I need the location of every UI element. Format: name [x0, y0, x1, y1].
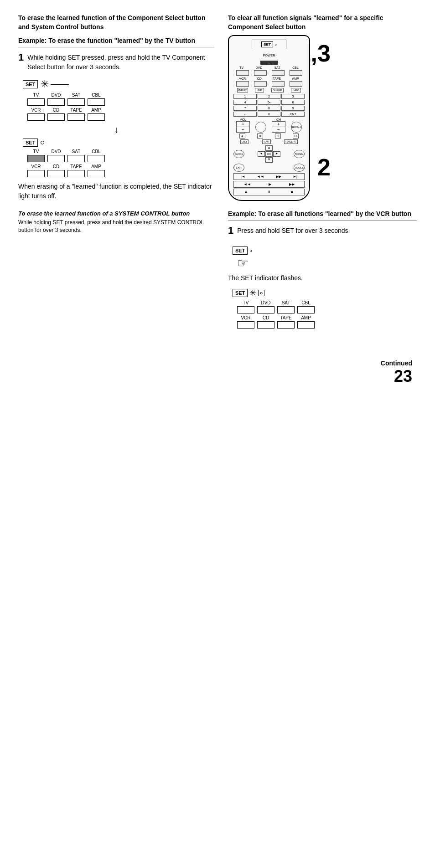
r-tv-btn[interactable] — [236, 70, 249, 76]
r-a-btn[interactable]: A — [239, 134, 245, 139]
r-num-dot[interactable]: • — [233, 112, 257, 117]
divider-2 — [228, 220, 417, 221]
tv-btn-flash[interactable] — [237, 306, 254, 313]
amp-btn-flash[interactable] — [297, 321, 315, 329]
dvd-button[interactable] — [47, 98, 65, 106]
r-dvd-btn[interactable] — [254, 70, 267, 76]
r-b-btn[interactable]: B — [257, 134, 263, 139]
arrow-down-icon: ↓ — [18, 124, 214, 135]
cbl-button[interactable] — [88, 98, 105, 106]
sat-label: SAT — [67, 92, 85, 98]
vcr-btn-flash[interactable] — [237, 321, 254, 329]
r-vol-up[interactable]: + — [237, 122, 249, 127]
cbl-btn-flash[interactable] — [297, 306, 315, 313]
set-flash-diagram: SET ✳ o TV DVD SAT CBL — [233, 288, 417, 329]
r-num-0[interactable]: 0 — [258, 112, 281, 117]
continued-label: Continued — [18, 360, 412, 367]
r-nav-left[interactable]: ◄ — [258, 151, 265, 157]
r-list-btn[interactable]: LIST — [240, 139, 249, 144]
r-sat-btn[interactable] — [272, 70, 285, 76]
step-1-text: While holding SET pressed, press and hol… — [27, 53, 214, 72]
dvd-btn-flash[interactable] — [257, 306, 274, 313]
r-d-btn[interactable]: D — [293, 134, 299, 139]
tv-button-active[interactable] — [27, 155, 45, 162]
r-page-btn[interactable]: PAGE ↑↓ — [284, 139, 298, 144]
r-num-4[interactable]: 4 — [233, 100, 257, 105]
r-ch-down[interactable]: − — [272, 127, 285, 132]
r-tape-btn[interactable] — [272, 81, 285, 87]
vcr-step-1-text: Press and hold SET for over 3 seconds. — [237, 226, 417, 236]
r-pip-btn[interactable]: PIP — [255, 88, 264, 92]
r-num-9[interactable]: 9 — [281, 106, 305, 111]
tape-button[interactable] — [67, 113, 85, 121]
r-nav-right[interactable]: ► — [273, 151, 280, 157]
r-ch-label: CH — [272, 118, 285, 121]
r-play-btn[interactable]: ▶ — [269, 182, 271, 186]
r-rrew-btn[interactable]: ◄◄ — [257, 175, 264, 179]
sat-button-2[interactable] — [67, 155, 85, 162]
tv-button[interactable] — [27, 98, 45, 106]
r-num-5[interactable]: 5• — [258, 100, 281, 105]
cd-btn-flash[interactable] — [257, 321, 274, 329]
sat-btn-flash[interactable] — [277, 306, 295, 313]
step-number-1: 1 — [18, 51, 24, 63]
r-exit-btn[interactable]: EXIT — [233, 164, 244, 172]
cd-button-2[interactable] — [47, 170, 65, 177]
tape-button-2[interactable] — [67, 170, 85, 177]
r-cbl-btn[interactable] — [290, 70, 302, 76]
step-1-block: 1 While holding SET pressed, press and h… — [18, 53, 214, 72]
remote-set-indicator: SET — [261, 41, 273, 47]
r-num-6[interactable]: 6 — [281, 100, 305, 105]
r-menu-btn[interactable]: MENU — [294, 150, 305, 158]
r-num-7[interactable]: 7 — [233, 106, 257, 111]
set-diagram-after: SET TV DVD SAT CBL VCR CD TAPE AMP — [23, 139, 214, 177]
r-next-btn[interactable]: ►| — [293, 175, 297, 179]
r-nav-down[interactable]: ▼ — [265, 157, 273, 163]
tv-label: TV — [27, 92, 45, 98]
r-num-2[interactable]: 2 — [258, 94, 281, 99]
vcr-button[interactable] — [27, 113, 45, 121]
cd-button[interactable] — [47, 113, 65, 121]
r-num-ent[interactable]: ENT — [281, 112, 305, 117]
sat-button[interactable] — [67, 98, 85, 106]
r-amp-btn[interactable] — [290, 81, 302, 87]
r-info-btn[interactable]: INFO — [291, 88, 301, 92]
amp-button[interactable] — [88, 113, 105, 121]
r-ok-btn[interactable]: OK — [265, 151, 273, 157]
r-ch-up[interactable]: + — [272, 122, 285, 127]
right-main-heading: To clear all function signals "learned" … — [228, 14, 417, 31]
remote-power-label: POWER — [263, 54, 275, 57]
r-num-3[interactable]: 3 — [281, 94, 305, 99]
r-guide-btn[interactable]: GUIDE — [233, 150, 244, 158]
r-muting-btn[interactable] — [255, 122, 266, 133]
r-ffwd-btn[interactable]: ▶▶ — [276, 175, 281, 179]
r-rew-btn[interactable]: ◄◄ — [243, 182, 251, 186]
tape-btn-flash[interactable] — [277, 321, 295, 329]
r-rec-btn[interactable]: ● — [245, 190, 247, 194]
r-cd: CD — [257, 77, 262, 80]
r-tools-btn[interactable]: TOOLS — [294, 164, 305, 172]
erase-complete-text: When erasing of a "learned" function is … — [18, 182, 214, 201]
r-input-btn[interactable]: INPUT — [237, 88, 248, 92]
vcr-button-2[interactable] — [27, 170, 45, 177]
amp-button-2[interactable] — [88, 170, 105, 177]
r-fav-btn[interactable]: FAV — [262, 139, 271, 144]
r-cbl: CBL — [292, 66, 299, 69]
r-stop-btn[interactable]: ■ — [291, 190, 293, 194]
r-vcr-btn[interactable] — [236, 81, 249, 87]
dvd-button-2[interactable] — [47, 155, 65, 162]
dvd-label: DVD — [47, 92, 65, 98]
r-recall-btn[interactable]: RECALL — [291, 122, 302, 133]
r-num-1[interactable]: 1 — [233, 94, 257, 99]
example-vcr-heading: Example: To erase all functions "learned… — [228, 210, 417, 217]
r-c-btn[interactable]: C — [275, 134, 281, 139]
r-sleep-btn[interactable]: SLEEP — [271, 88, 284, 92]
r-prev-btn[interactable]: |◄ — [241, 175, 245, 179]
remote-power-button[interactable]: — — [260, 61, 278, 65]
cbl-button-2[interactable] — [88, 155, 105, 162]
r-cd-btn[interactable] — [254, 81, 267, 87]
r-pause-btn[interactable]: ⏸ — [267, 190, 271, 194]
r-num-8[interactable]: 8 — [258, 106, 281, 111]
r-vol-down[interactable]: − — [237, 127, 249, 132]
r-fwd-btn[interactable]: ▶▶ — [289, 182, 295, 186]
